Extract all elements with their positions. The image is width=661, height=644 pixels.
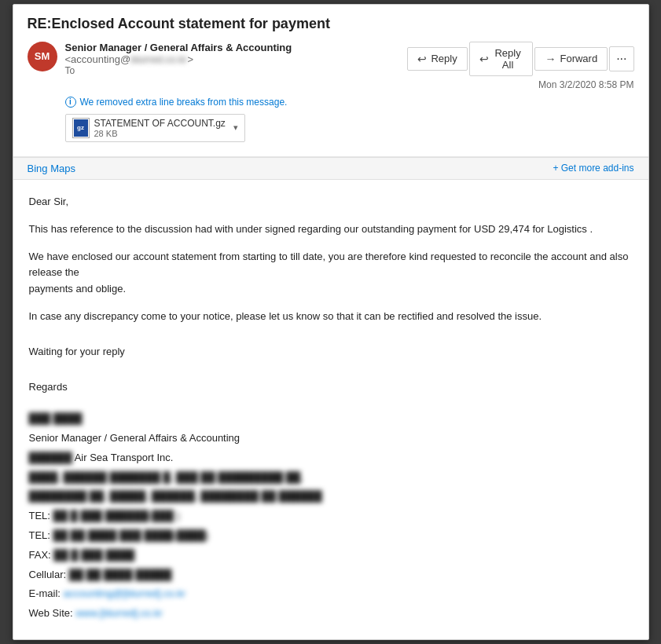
attachment-size: 28 KB [94,129,226,138]
meta-right: ↩ Reply ↩ Reply All → Forward ··· Mon 3/… [407,42,633,90]
timestamp: Mon 3/2/2020 8:58 PM [538,79,633,90]
para2: We have enclosed our account statement f… [29,249,633,298]
reply-button[interactable]: ↩ Reply [407,47,467,71]
signature: ███ ████ Senior Manager / General Affair… [29,411,633,622]
sender-to: To [65,65,408,76]
sig-company: ██████ Air Sea Transport Inc. [29,450,633,467]
para1: This has reference to the discussion had… [29,221,633,238]
email-header: RE:Enclosed Account statement for paymen… [13,5,648,157]
forward-icon: → [545,53,556,65]
sig-website: Web Site: www.[blurred].co.kr [29,606,633,622]
sig-tel2: TEL: ██ ██ ████ ███ ████(████) [29,528,633,544]
email-meta-row: SM Senior Manager / General Affairs & Ac… [28,42,634,90]
para3: In case any discrepancy come to your not… [29,309,633,325]
sig-name: ███ ████ [29,411,633,427]
email-title: RE:Enclosed Account statement for paymen… [28,16,634,32]
sig-tel1: TEL: ██ █ ███ ██████(███ ) [29,508,633,525]
sender-name: Senior Manager / General Affairs & Accou… [65,42,408,65]
para4: Waiting for your reply [29,344,633,360]
attachment-dropdown-icon[interactable]: ▾ [233,123,238,133]
sig-address1: ████, ██████ ███████ █, ███ ██ █████████… [29,470,633,486]
attachment-file-icon: gz [72,118,90,138]
info-icon: i [65,97,76,108]
sig-fax: FAX: ██ █ ███ ████ [29,547,633,564]
sig-email-link[interactable]: accounting@[blurred].co.kr [64,587,186,599]
sig-title: Senior Manager / General Affairs & Accou… [29,430,633,447]
reply-icon: ↩ [417,53,427,65]
sig-address2: ████████ ██, █████, ██████, ████████ ██ … [29,488,633,505]
sig-email: E-mail: accounting@[blurred].co.kr [29,586,633,602]
sig-cellular: Cellular: ██ ██ ████ █████ [29,567,633,584]
greeting: Dear Sir, [29,194,633,210]
reply-all-button[interactable]: ↩ Reply All [469,42,534,76]
reply-all-icon: ↩ [479,53,489,65]
action-buttons: ↩ Reply ↩ Reply All → Forward ··· [407,42,633,76]
forward-button[interactable]: → Forward [534,47,608,71]
sender-info: SM Senior Manager / General Affairs & Ac… [28,42,408,76]
email-window: RE:Enclosed Account statement for paymen… [13,4,649,640]
get-more-addins[interactable]: + Get more add-ins [553,163,633,174]
addins-bar: Bing Maps + Get more add-ins [13,157,648,180]
attachment-info: STATEMENT OF ACCOUNT.gz 28 KB [94,118,226,138]
info-notice: i We removed extra line breaks from this… [65,97,634,108]
attachment-name: STATEMENT OF ACCOUNT.gz [94,118,226,129]
email-body: Dear Sir, This has reference to the disc… [13,180,648,639]
attachment-item[interactable]: gz STATEMENT OF ACCOUNT.gz 28 KB ▾ [65,114,245,142]
bing-maps-link[interactable]: Bing Maps [28,163,75,174]
more-options-button[interactable]: ··· [609,46,633,71]
attachment-area: gz STATEMENT OF ACCOUNT.gz 28 KB ▾ [65,114,634,142]
avatar: SM [28,42,57,71]
sig-website-link[interactable]: www.[blurred].co.kr [75,607,163,619]
para5: Regards [29,379,633,396]
sender-details: Senior Manager / General Affairs & Accou… [65,42,408,76]
